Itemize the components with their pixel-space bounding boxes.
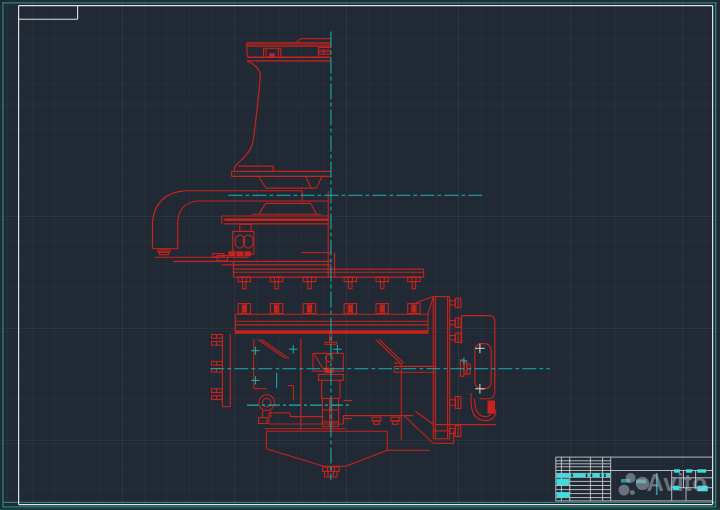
svg-text:Avito: Avito xyxy=(647,469,708,496)
